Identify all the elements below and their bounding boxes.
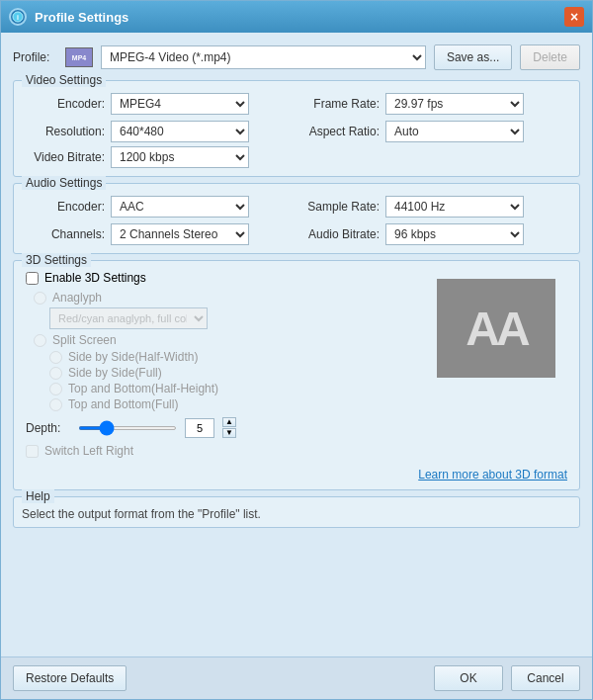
restore-defaults-button[interactable]: Restore Defaults: [13, 665, 127, 691]
switch-left-right-checkbox[interactable]: [26, 445, 39, 458]
sample-rate-row: Sample Rate: 44100 Hz: [300, 196, 567, 218]
audio-bitrate-select[interactable]: 96 kbps: [385, 223, 524, 245]
video-settings-title: Video Settings: [22, 73, 106, 87]
video-bitrate-select[interactable]: 1200 kbps: [111, 146, 249, 168]
learn-more-link[interactable]: Learn more about 3D format: [418, 468, 567, 481]
depth-label: Depth:: [26, 421, 70, 435]
main-content: Profile: MP4 MPEG-4 Video (*.mp4) Save a…: [1, 33, 592, 656]
sample-rate-select[interactable]: 44100 Hz: [385, 196, 524, 218]
top-bottom-half-radio[interactable]: [49, 383, 62, 395]
split-screen-label: Split Screen: [52, 333, 117, 347]
depth-spinner: ▲ ▼: [222, 417, 236, 438]
sample-rate-label: Sample Rate:: [300, 200, 380, 214]
close-button[interactable]: ×: [564, 7, 584, 27]
anaglyph-type-select[interactable]: Red/cyan anaglyph, full color: [49, 307, 208, 329]
ok-button[interactable]: OK: [434, 665, 503, 691]
top-bottom-full-radio[interactable]: [49, 398, 62, 411]
cancel-button[interactable]: Cancel: [511, 665, 580, 691]
help-section: Help Select the output format from the "…: [13, 496, 580, 528]
window-icon: i: [9, 8, 27, 26]
delete-button[interactable]: Delete: [520, 44, 580, 70]
3d-preview-box: AA: [437, 279, 555, 378]
svg-text:i: i: [17, 14, 19, 21]
video-bitrate-row: Video Bitrate: 1200 kbps: [26, 142, 567, 168]
profile-settings-window: i Profile Settings × Profile: MP4 MPEG-4…: [0, 0, 593, 700]
footer-right: OK Cancel: [434, 665, 580, 691]
frame-rate-row: Frame Rate: 29.97 fps: [300, 93, 567, 115]
video-bitrate-label: Video Bitrate:: [26, 150, 105, 164]
channels-select[interactable]: 2 Channels Stereo: [111, 223, 249, 245]
split-screen-radio[interactable]: [34, 334, 46, 347]
profile-select[interactable]: MPEG-4 Video (*.mp4): [101, 45, 426, 69]
3d-content: Enable 3D Settings Anaglyph Red/cyan ana…: [26, 271, 567, 464]
resolution-select[interactable]: 640*480: [111, 121, 249, 142]
channels-row: Channels: 2 Channels Stereo: [26, 223, 293, 245]
side-by-side-full-label: Side by Side(Full): [68, 366, 162, 380]
resolution-row: Resolution: 640*480: [26, 121, 293, 142]
audio-encoder-select[interactable]: AAC: [111, 196, 249, 218]
anaglyph-radio[interactable]: [34, 292, 46, 305]
depth-down-button[interactable]: ▼: [222, 428, 236, 438]
side-by-side-half-radio[interactable]: [49, 351, 62, 364]
audio-bitrate-label: Audio Bitrate:: [300, 227, 380, 241]
help-text: Select the output format from the "Profi…: [22, 503, 571, 521]
encoder-row: Encoder: MPEG4: [26, 93, 293, 115]
side-by-side-full-radio[interactable]: [49, 367, 62, 380]
anaglyph-label: Anaglyph: [52, 291, 102, 305]
top-bottom-full-label: Top and Bottom(Full): [68, 397, 178, 411]
profile-row: Profile: MP4 MPEG-4 Video (*.mp4) Save a…: [13, 41, 580, 74]
3d-settings-section: 3D Settings Enable 3D Settings Anaglyph: [13, 260, 580, 490]
side-by-side-half-label: Side by Side(Half-Width): [68, 350, 198, 364]
encoder-select[interactable]: MPEG4: [111, 93, 249, 115]
audio-bitrate-row: Audio Bitrate: 96 kbps: [300, 223, 567, 245]
top-bottom-full-row: Top and Bottom(Full): [26, 397, 567, 411]
title-bar: i Profile Settings ×: [1, 1, 592, 33]
depth-row: Depth: ▲ ▼: [26, 417, 567, 438]
audio-settings-section: Audio Settings Encoder: AAC Sample Rate:…: [13, 183, 580, 254]
learn-more-row: Learn more about 3D format: [26, 468, 567, 481]
encoder-label: Encoder:: [26, 97, 105, 111]
channels-label: Channels:: [26, 227, 105, 241]
save-as-button[interactable]: Save as...: [434, 44, 512, 70]
resolution-label: Resolution:: [26, 125, 105, 138]
frame-rate-select[interactable]: 29.97 fps: [385, 93, 524, 115]
footer: Restore Defaults OK Cancel: [1, 656, 592, 699]
depth-up-button[interactable]: ▲: [222, 417, 236, 427]
aspect-ratio-row: Aspect Ratio: Auto: [300, 121, 567, 142]
depth-value-input[interactable]: [185, 418, 214, 438]
video-settings-grid: Encoder: MPEG4 Frame Rate: 29.97 fps Res…: [26, 89, 567, 142]
switch-left-right-row: Switch Left Right: [26, 444, 567, 458]
preview-text: AA: [466, 302, 526, 356]
enable-3d-checkbox[interactable]: [26, 272, 39, 285]
audio-encoder-label: Encoder:: [26, 200, 105, 214]
aspect-ratio-label: Aspect Ratio:: [300, 125, 380, 138]
help-title: Help: [22, 489, 54, 503]
audio-settings-grid: Encoder: AAC Sample Rate: 44100 Hz Chann…: [26, 192, 567, 245]
top-bottom-half-label: Top and Bottom(Half-Height): [68, 382, 218, 395]
profile-format-icon: MP4: [65, 47, 93, 67]
video-settings-section: Video Settings Encoder: MPEG4 Frame Rate…: [13, 80, 580, 177]
switch-left-right-label: Switch Left Right: [44, 444, 133, 458]
audio-settings-title: Audio Settings: [22, 176, 106, 190]
frame-rate-label: Frame Rate:: [300, 97, 380, 111]
audio-encoder-row: Encoder: AAC: [26, 196, 293, 218]
enable-3d-label: Enable 3D Settings: [44, 271, 146, 285]
depth-slider[interactable]: [78, 426, 177, 430]
aspect-ratio-select[interactable]: Auto: [385, 121, 524, 142]
window-title: Profile Settings: [35, 10, 564, 25]
3d-settings-title: 3D Settings: [22, 253, 91, 267]
profile-label: Profile:: [13, 50, 57, 64]
top-bottom-half-row: Top and Bottom(Half-Height): [26, 382, 567, 395]
